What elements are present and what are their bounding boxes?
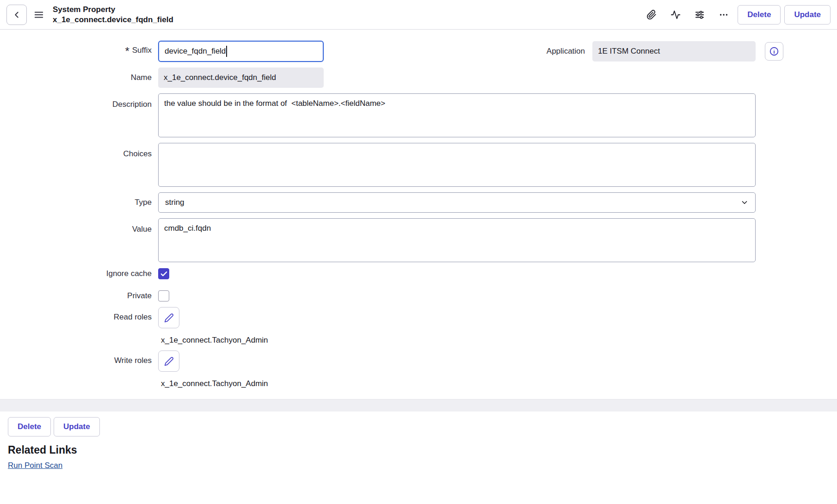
sliders-icon [695, 10, 705, 20]
suffix-label-text: Suffix [132, 46, 152, 55]
hamburger-icon [34, 10, 44, 20]
back-button[interactable] [6, 5, 27, 25]
read-roles-label: Read roles [0, 307, 158, 322]
write-roles-edit-button[interactable] [158, 350, 179, 372]
info-icon [769, 46, 779, 56]
ignore-cache-label: Ignore cache [0, 269, 158, 278]
required-marker: * [125, 45, 129, 57]
choices-textarea[interactable] [158, 143, 756, 187]
write-roles-row: Write roles x_1e_connect.Tachyon_Admin [0, 350, 837, 388]
type-row: Type string [0, 192, 837, 213]
type-select-value: string [165, 198, 185, 207]
private-label: Private [0, 291, 158, 301]
title-block: System Property x_1e_connect.device_fqdn… [53, 5, 173, 25]
pencil-icon [164, 313, 174, 323]
page-title: System Property [53, 5, 173, 14]
header-actions: Delete Update [641, 5, 831, 25]
pencil-icon [164, 356, 174, 366]
name-label: Name [0, 73, 158, 82]
suffix-label: *Suffix [0, 45, 158, 58]
attachment-button[interactable] [641, 5, 662, 25]
choices-row: Choices [0, 143, 837, 187]
write-roles-label: Write roles [0, 350, 158, 365]
paperclip-icon [646, 10, 657, 20]
write-roles-value: x_1e_connect.Tachyon_Admin [161, 379, 268, 388]
personalize-form-button[interactable] [689, 5, 710, 25]
activity-icon [671, 10, 681, 20]
application-info-button[interactable] [765, 42, 783, 61]
read-roles-edit-button[interactable] [158, 307, 179, 328]
value-textarea[interactable]: cmdb_ci.fqdn [158, 218, 756, 262]
suffix-input-value: device_fqdn_field [165, 47, 226, 56]
delete-button-footer[interactable]: Delete [8, 417, 51, 436]
application-label: Application [547, 47, 592, 56]
read-roles-value: x_1e_connect.Tachyon_Admin [161, 336, 268, 345]
type-select[interactable]: string [158, 192, 756, 213]
run-point-scan-link[interactable]: Run Point Scan [8, 461, 62, 470]
read-roles-field: x_1e_connect.Tachyon_Admin [158, 307, 268, 345]
application-input[interactable] [592, 41, 756, 61]
description-label: Description [0, 93, 158, 109]
more-options-button[interactable] [714, 5, 734, 25]
value-label: Value [0, 218, 158, 234]
text-caret [226, 46, 227, 57]
suffix-input[interactable]: device_fqdn_field [158, 41, 324, 62]
name-input[interactable] [158, 68, 324, 88]
chevron-down-icon [740, 198, 749, 207]
ignore-cache-checkbox[interactable] [158, 268, 169, 279]
ellipsis-icon [719, 10, 729, 20]
system-property-form: *Suffix device_fqdn_field Application Na… [0, 30, 837, 388]
description-row: Description the value should be in the f… [0, 93, 837, 137]
delete-button-header[interactable]: Delete [738, 5, 781, 25]
suffix-application-row: *Suffix device_fqdn_field Application [0, 41, 837, 62]
check-icon [160, 270, 168, 278]
chevron-left-icon [12, 10, 22, 20]
write-roles-field: x_1e_connect.Tachyon_Admin [158, 350, 268, 388]
choices-label: Choices [0, 143, 158, 159]
application-group: Application [547, 41, 783, 61]
type-label: Type [0, 198, 158, 207]
update-button-header[interactable]: Update [784, 5, 831, 25]
read-roles-row: Read roles x_1e_connect.Tachyon_Admin [0, 307, 837, 345]
description-textarea[interactable]: the value should be in the format of <ta… [158, 93, 756, 137]
form-header: System Property x_1e_connect.device_fqdn… [0, 0, 837, 30]
footer-buttons: Delete Update [8, 417, 829, 436]
ignore-cache-row: Ignore cache [0, 268, 837, 279]
context-menu-button[interactable] [30, 6, 48, 24]
record-name-subtitle: x_1e_connect.device_fqdn_field [53, 15, 173, 25]
name-row: Name [0, 68, 837, 88]
related-links-title: Related Links [8, 444, 829, 456]
update-button-footer[interactable]: Update [54, 417, 100, 436]
activity-stream-button[interactable] [665, 5, 686, 25]
form-footer: Delete Update Related Links Run Point Sc… [0, 412, 837, 470]
private-checkbox[interactable] [158, 290, 169, 301]
value-row: Value cmdb_ci.fqdn [0, 218, 837, 262]
section-divider [0, 399, 837, 412]
private-row: Private [0, 290, 837, 301]
